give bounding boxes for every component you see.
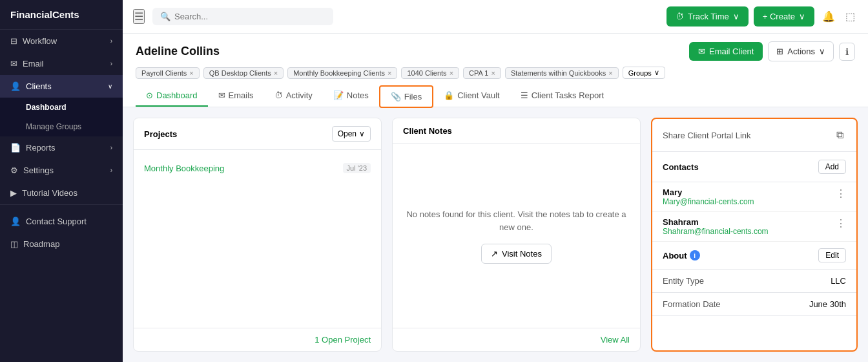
formation-date-row: Formation Date June 30th [652,293,856,316]
share-link-section: Share Client Portal Link ⧉ [652,119,856,152]
tab-client-tasks-report[interactable]: ☰ Client Tasks Report [510,85,614,107]
track-time-button[interactable]: ⏱ Track Time ∨ [666,6,749,27]
visit-notes-button[interactable]: ↗ Visit Notes [481,244,552,264]
actions-button[interactable]: ⊞ Actions ∨ [768,41,834,61]
tag-close-icon[interactable]: × [608,69,612,77]
entity-type-value: LLC [831,276,846,286]
reports-icon: 📄 [10,143,21,153]
formation-date-label: Formation Date [663,299,721,309]
groups-button[interactable]: Groups ∨ [623,67,665,79]
notifications-button[interactable]: 🔔 [820,8,838,25]
sidebar-item-tutorial-videos[interactable]: ▶ Tutorial Videos [0,182,123,204]
sidebar-item-reports[interactable]: 📄 Reports › [0,136,123,159]
sidebar-item-roadmap[interactable]: ◫ Roadmap [0,233,123,255]
sidebar-item-email[interactable]: ✉ Email › [0,52,123,75]
search-input[interactable] [174,12,326,21]
tag-cpa1: CPA 1 × [463,67,501,79]
notes-panel: Client Notes No notes found for this cli… [392,118,641,352]
tab-emails[interactable]: ✉ Emails [208,85,264,107]
contact-mary-more-button[interactable]: ⋮ [836,187,846,200]
copy-link-button[interactable]: ⧉ [834,127,846,144]
right-panel: Share Client Portal Link ⧉ Contacts Add … [651,118,858,352]
chevron-icon: › [110,60,112,67]
tab-client-vault[interactable]: 🔒 Client Vault [433,85,510,107]
vault-icon: 🔒 [444,90,454,100]
tab-dashboard[interactable]: ⊙ Dashboard [136,85,208,107]
tag-close-icon[interactable]: × [274,69,278,77]
main-content: ☰ 🔍 ⏱ Track Time ∨ + Create ∨ 🔔 ⬚ Adelin… [123,0,868,362]
empty-notes-text: No notes found for this client. Visit th… [403,208,630,233]
formation-date-value: June 30th [809,299,846,309]
add-contact-button[interactable]: Add [818,160,846,174]
tag-statements: Statements within Quickbooks × [505,67,619,79]
topbar-right: ⏱ Track Time ∨ + Create ∨ 🔔 ⬚ [666,6,858,27]
sidebar-item-workflow[interactable]: ⊟ Workflow › [0,30,123,52]
dropdown-arrow-icon: ∨ [359,129,365,138]
contact-shahram-email[interactable]: Shahram@financial-cents.com [663,227,769,236]
tab-notes[interactable]: 📝 Notes [323,85,379,107]
project-date: Jul '23 [343,163,371,173]
view-all-link[interactable]: View All [601,335,630,345]
tags-row: Payroll Clients × QB Desktop Clients × M… [136,67,855,79]
external-link-icon: ↗ [491,249,498,259]
email-client-button[interactable]: ✉ Email Client [689,42,763,61]
open-project-link[interactable]: 1 Open Project [315,335,371,345]
project-name[interactable]: Monthly Bookkeeping [144,164,224,173]
tab-files[interactable]: 📎 Files [379,85,433,108]
sidebar: FinancialCents ⊟ Workflow › ✉ Email › 👤 … [0,0,123,362]
share-link-label: Share Client Portal Link [663,131,751,140]
tag-close-icon[interactable]: × [450,69,453,77]
contact-shahram-name: Shahram [663,217,769,227]
info-button[interactable]: ℹ [839,43,855,61]
dropdown-arrow-icon: ∨ [799,12,805,21]
contacts-row: Contacts Add [663,160,846,174]
about-info-icon[interactable]: i [690,250,700,261]
contacts-label: Contacts [663,162,699,172]
clients-icon: 👤 [10,81,21,91]
contact-shahram-info: Shahram Shahram@financial-cents.com [663,217,769,236]
tag-close-icon[interactable]: × [388,69,391,77]
clients-submenu: Dashboard Manage Groups [0,98,123,136]
files-icon: 📎 [391,92,401,101]
about-row: About i Edit [652,242,856,270]
chevron-icon: › [110,37,112,45]
sidebar-nav: ⊟ Workflow › ✉ Email › 👤 Clients ∨ Dashb… [0,30,123,362]
sidebar-sub-item-manage-groups[interactable]: Manage Groups [0,117,123,136]
create-button[interactable]: + Create ∨ [754,6,814,27]
sidebar-item-clients[interactable]: 👤 Clients ∨ [0,75,123,98]
about-edit-button[interactable]: Edit [818,248,846,262]
tag-qb-desktop: QB Desktop Clients × [203,67,284,79]
sidebar-item-contact-support[interactable]: 👤 Contact Support [0,210,123,233]
chevron-icon: › [110,144,112,151]
tag-close-icon[interactable]: × [491,69,495,77]
sidebar-bottom: 👤 Contact Support ◫ Roadmap [0,204,123,261]
inbox-button[interactable]: ⬚ [843,8,858,25]
tutorial-icon: ▶ [10,188,17,198]
email-icon: ✉ [10,59,17,69]
entity-type-row: Entity Type LLC [652,270,856,293]
notes-panel-header: Client Notes [393,118,640,144]
app-logo: FinancialCents [0,0,123,30]
roadmap-icon: ◫ [10,239,18,249]
sidebar-item-settings[interactable]: ⚙ Settings › [0,159,123,182]
contact-mary-info: Mary Mary@financial-cents.com [663,187,754,206]
activity-icon: ⏱ [274,90,283,100]
tag-1040: 1040 Clients × [401,67,459,79]
clock-icon: ⏱ [676,12,684,21]
search-icon: 🔍 [160,12,170,21]
tabs-row: ⊙ Dashboard ✉ Emails ⏱ Activity 📝 Notes … [136,85,855,107]
sidebar-sub-item-dashboard[interactable]: Dashboard [0,98,123,117]
notes-panel-body: No notes found for this client. Visit th… [393,144,640,328]
main-grid: Projects Open ∨ Monthly Bookkeeping Jul … [123,107,868,362]
entity-type-label: Entity Type [663,276,704,286]
contact-mary-email[interactable]: Mary@financial-cents.com [663,197,754,206]
projects-panel-header: Projects Open ∨ [134,118,381,150]
hamburger-button[interactable]: ☰ [133,9,145,24]
tab-activity[interactable]: ⏱ Activity [264,85,323,107]
emails-tab-icon: ✉ [218,90,225,100]
contact-shahram-more-button[interactable]: ⋮ [836,217,846,229]
projects-panel-footer: 1 Open Project [134,328,381,351]
projects-dropdown[interactable]: Open ∨ [332,126,371,142]
dropdown-arrow-icon: ∨ [819,47,825,56]
tag-close-icon[interactable]: × [189,69,193,77]
